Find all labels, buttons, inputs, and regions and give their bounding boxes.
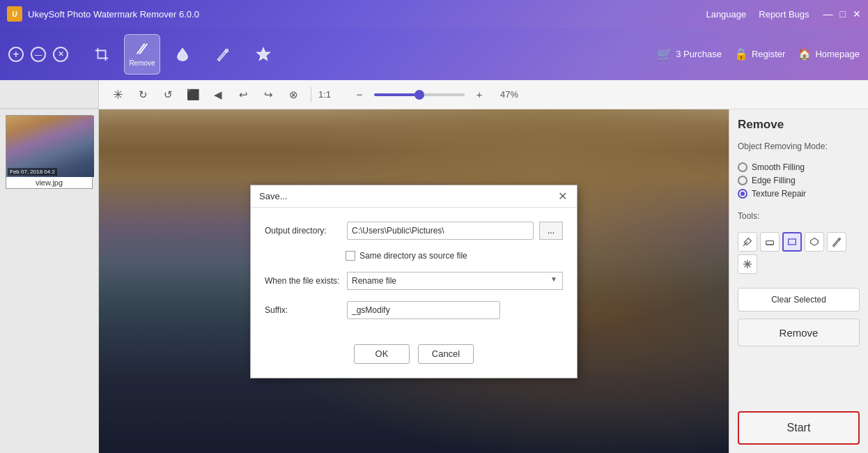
spin-all-btn[interactable]: ✳ [107, 84, 128, 105]
purchase-btn[interactable]: 🛒 3 Purchase [657, 47, 722, 62]
thumbnail-panel-header [0, 80, 99, 109]
report-bugs-link[interactable]: Report Bugs [759, 9, 809, 20]
eraser-tool-btn[interactable] [760, 232, 780, 252]
remove-tool-btn[interactable]: Remove [124, 34, 160, 75]
start-btn[interactable]: Start [738, 411, 860, 445]
radio-texture-circle [738, 189, 747, 199]
polygon-tool-btn[interactable] [805, 232, 824, 252]
flip-h-btn[interactable]: ⬛ [183, 84, 203, 105]
rect-tool-btn[interactable] [782, 232, 802, 252]
cart-icon: 🛒 [657, 47, 672, 62]
app-title: UkeySoft Photo Watermark Remover 6.0.0 [28, 9, 706, 20]
right-panel-title: Remove [738, 118, 860, 132]
modal-body: Output directory: ... Same directory as … [251, 208, 577, 344]
register-btn[interactable]: 🔒 Register [734, 47, 785, 61]
minimize-btn[interactable]: — [31, 47, 46, 62]
modal-dialog: Save... ✕ Output directory: ... Same dir… [250, 185, 578, 378]
suffix-input[interactable] [347, 301, 500, 319]
zoom-control: − + [349, 84, 490, 105]
app-logo: U [7, 6, 22, 22]
homepage-btn[interactable]: 🏠 Homepage [798, 47, 860, 61]
radio-smooth-circle [738, 162, 747, 172]
lock-icon: 🔒 [734, 47, 748, 61]
same-directory-row: Same directory as source file [346, 251, 563, 261]
left-panel: Feb 07, 2018 04:2 view.jpg [0, 109, 99, 453]
when-file-exists-row: When the file exists: Rename file [265, 272, 563, 290]
right-panel: Remove Object Removing Mode: Smooth Fill… [729, 109, 868, 453]
object-removing-mode-label: Object Removing Mode: [738, 141, 860, 151]
close-window-btn[interactable]: ✕ [853, 8, 861, 20]
thumbnail-date: Feb 07, 2018 04:2 [8, 168, 57, 176]
language-link[interactable]: Language [706, 9, 746, 20]
remove-btn[interactable]: Remove [738, 318, 860, 346]
tools-section-label: Tools: [738, 211, 860, 221]
svg-rect-3 [766, 241, 774, 245]
output-directory-row: Output directory: ... [265, 222, 563, 240]
browse-btn[interactable]: ... [539, 222, 563, 240]
thumbnail-item[interactable]: Feb 07, 2018 04:2 view.jpg [6, 115, 93, 189]
suffix-row: Suffix: [265, 301, 563, 319]
same-directory-checkbox[interactable] [346, 251, 355, 261]
zoom-slider-thumb[interactable] [414, 90, 424, 100]
header-toolbar: + — ✕ Remove [0, 28, 868, 80]
star-tool-btn[interactable] [738, 254, 757, 274]
undo-btn[interactable]: ↩ [233, 84, 254, 105]
tools-row [738, 232, 860, 274]
secondary-toolbar-wrapper: ✳ ↻ ↺ ⬛ ◀ ↩ ↪ ⊗ 1:1 − + 47% [0, 80, 868, 109]
modal-cancel-btn[interactable]: Cancel [418, 344, 474, 364]
close-btn[interactable]: ✕ [53, 47, 68, 62]
mode-smooth-label: Smooth Filling [752, 162, 805, 172]
window-controls: — □ ✕ [823, 8, 861, 20]
crop-tool-btn[interactable] [84, 34, 120, 75]
zoom-out-btn[interactable]: − [349, 84, 370, 105]
modal-overlay: Save... ✕ Output directory: ... Same dir… [99, 109, 729, 453]
add-file-btn[interactable]: + [8, 47, 24, 62]
nav-top-right: 🛒 3 Purchase 🔒 Register 🏠 Homepage [657, 47, 860, 62]
main-layout: Feb 07, 2018 04:2 view.jpg Save... ✕ Out… [0, 109, 868, 453]
svg-point-7 [839, 238, 841, 240]
brush-tool-btn[interactable] [205, 34, 241, 75]
zoom-percent-label: 47% [494, 89, 518, 100]
same-directory-label: Same directory as source file [359, 251, 467, 261]
flip-v-btn[interactable]: ◀ [208, 84, 228, 105]
mode-texture[interactable]: Texture Repair [738, 189, 860, 199]
fill-tool-btn[interactable] [164, 34, 201, 75]
clear-btn[interactable]: ⊗ [283, 84, 304, 105]
thumbnail-name: view.jpg [6, 177, 92, 188]
paint-tool-btn[interactable] [827, 232, 846, 252]
mode-edge-label: Edge Filling [752, 176, 796, 185]
zoom-in-btn[interactable]: + [469, 84, 490, 105]
mode-smooth[interactable]: Smooth Filling [738, 162, 860, 172]
when-file-exists-select[interactable]: Rename file [347, 272, 563, 290]
redo-btn[interactable]: ↪ [258, 84, 279, 105]
radio-edge-circle [738, 176, 747, 185]
canvas-area[interactable]: Save... ✕ Output directory: ... Same dir… [99, 109, 729, 453]
mode-edge[interactable]: Edge Filling [738, 176, 860, 185]
svg-point-2 [226, 49, 228, 52]
modal-close-btn[interactable]: ✕ [556, 190, 568, 202]
maximize-window-btn[interactable]: □ [840, 8, 846, 20]
zoom-ratio-label: 1:1 [318, 89, 331, 100]
svg-marker-6 [811, 238, 819, 246]
modal-ok-btn[interactable]: OK [354, 344, 410, 364]
pencil-tool-btn[interactable] [738, 232, 757, 252]
win-controls: + — ✕ [8, 47, 68, 62]
svg-rect-5 [789, 239, 796, 245]
spin-cw-btn[interactable]: ↻ [132, 84, 153, 105]
clear-selected-btn[interactable]: Clear Selected [738, 288, 860, 312]
home-icon: 🏠 [798, 47, 812, 61]
modal-title-bar: Save... ✕ [251, 185, 577, 208]
toolbar-separator [311, 87, 311, 102]
modal-title: Save... [259, 191, 556, 201]
spin-ccw-btn[interactable]: ↺ [157, 84, 178, 105]
when-file-exists-label: When the file exists: [265, 276, 341, 286]
remove-tool-label: Remove [129, 59, 155, 67]
title-nav: Language Report Bugs [706, 9, 809, 20]
zoom-slider[interactable] [374, 93, 465, 96]
radio-group-modes: Smooth Filling Edge Filling Texture Repa… [738, 162, 860, 199]
suffix-label: Suffix: [265, 305, 341, 315]
minimize-window-btn[interactable]: — [823, 8, 833, 20]
output-directory-input[interactable] [347, 222, 534, 240]
output-directory-label: Output directory: [265, 226, 341, 236]
pin-tool-btn[interactable] [245, 34, 281, 75]
